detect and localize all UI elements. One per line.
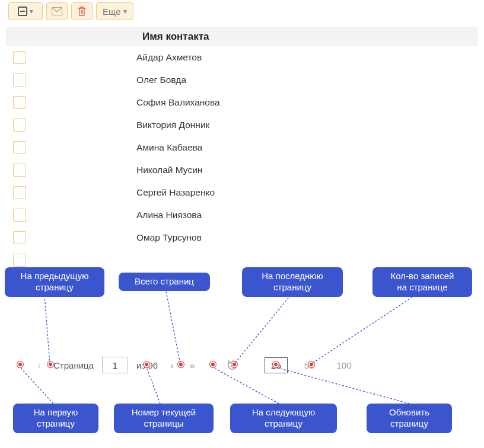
contacts-list: Айдар АхметовОлег БовдаСофия ВалихановаВ… <box>6 46 478 294</box>
toolbar: ▾ Еще ▾ <box>0 0 484 27</box>
marker <box>308 361 314 367</box>
marker <box>47 361 53 367</box>
table-row[interactable]: Сергей Назаренко <box>6 181 478 204</box>
contact-name: Омар Турсунов <box>136 232 202 243</box>
table-row[interactable]: Виктория Донник <box>6 114 478 136</box>
marker <box>144 361 149 367</box>
row-checkbox[interactable] <box>13 231 26 244</box>
contact-name: София Валиханова <box>136 97 220 108</box>
table-row[interactable]: Айдар Ахметов <box>6 46 478 69</box>
next-page-button[interactable]: › <box>166 358 178 372</box>
marker <box>231 361 237 367</box>
prev-page-button[interactable]: ‹ <box>33 358 45 372</box>
marker <box>17 361 23 367</box>
row-checkbox[interactable] <box>13 96 26 109</box>
pager: « ‹ Страница из 96 › » 2550100 <box>5 351 479 379</box>
trash-icon <box>77 6 87 17</box>
select-all-dropdown[interactable]: ▾ <box>8 2 43 20</box>
callout-first-page: На первую страницу <box>13 404 98 433</box>
contact-name: Виктория Донник <box>136 120 209 130</box>
contact-name: Николай Мусин <box>136 165 202 175</box>
row-checkbox[interactable] <box>13 254 26 267</box>
contact-name: Сергей Назаренко <box>136 187 215 198</box>
more-label: Еще <box>103 7 121 17</box>
page-number-input[interactable] <box>102 357 128 373</box>
callout-next-page: На следующую страницу <box>230 404 337 433</box>
row-checkbox[interactable] <box>13 164 26 177</box>
row-checkbox[interactable] <box>13 141 26 154</box>
chevron-down-icon: ▾ <box>30 7 33 15</box>
marker <box>210 361 216 367</box>
table-row[interactable]: София Валиханова <box>6 91 478 114</box>
callout-last-page: На последнюю страницу <box>242 267 343 297</box>
table-row[interactable]: Олег Бовда <box>6 69 478 91</box>
row-checkbox[interactable] <box>13 186 26 199</box>
contact-name: Алина Ниязова <box>136 210 202 220</box>
table-row[interactable]: Омар Турсунов <box>6 226 478 249</box>
page-label: Страница <box>53 360 94 370</box>
chevron-down-icon: ▾ <box>123 7 127 15</box>
column-header-name[interactable]: Имя контакта <box>6 27 478 46</box>
partial-check-icon <box>18 7 27 16</box>
callout-records-per-page: Кол-во записей на странице <box>372 267 472 297</box>
mail-button[interactable] <box>46 2 68 20</box>
total-pages: 96 <box>148 360 158 370</box>
callout-total-pages: Всего страниц <box>119 273 210 291</box>
last-page-button[interactable]: » <box>186 358 198 372</box>
page-size-100[interactable]: 100 <box>330 358 357 373</box>
contact-name: Амина Кабаева <box>136 142 202 153</box>
delete-button[interactable] <box>71 2 93 20</box>
marker <box>178 361 184 367</box>
callout-prev-page: На предыдущую страницу <box>5 267 104 297</box>
row-checkbox[interactable] <box>13 119 26 132</box>
row-checkbox[interactable] <box>13 209 26 222</box>
table-row[interactable]: Николай Мусин <box>6 159 478 181</box>
callout-current-num: Номер текущей страницы <box>114 404 214 433</box>
table-row[interactable]: Алина Ниязова <box>6 204 478 226</box>
more-button[interactable]: Еще ▾ <box>96 2 133 20</box>
contact-name: Олег Бовда <box>136 75 186 85</box>
row-checkbox[interactable] <box>13 51 26 64</box>
callout-refresh: Обновить страницу <box>367 404 452 433</box>
marker <box>273 361 279 367</box>
table-row[interactable]: Амина Кабаева <box>6 136 478 159</box>
contact-name: Айдар Ахметов <box>136 52 202 63</box>
row-checkbox[interactable] <box>13 73 26 87</box>
mail-icon <box>52 7 62 15</box>
